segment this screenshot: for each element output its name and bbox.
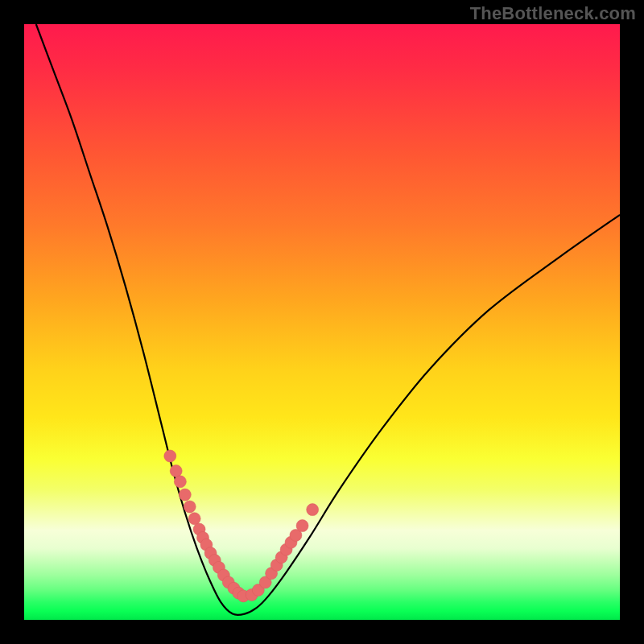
chart-svg: [24, 24, 620, 620]
curve-marker: [296, 520, 308, 532]
curve-marker: [164, 450, 176, 462]
marker-group: [164, 450, 319, 602]
curve-marker: [174, 476, 186, 488]
watermark-text: TheBottleneck.com: [470, 3, 636, 24]
curve-marker: [307, 504, 319, 516]
plot-area: [24, 24, 620, 620]
bottleneck-curve: [36, 24, 620, 615]
curve-marker: [170, 465, 182, 477]
chart-frame: TheBottleneck.com: [0, 0, 644, 644]
curve-marker: [184, 501, 196, 513]
curve-marker: [188, 513, 200, 525]
curve-marker: [179, 489, 191, 501]
